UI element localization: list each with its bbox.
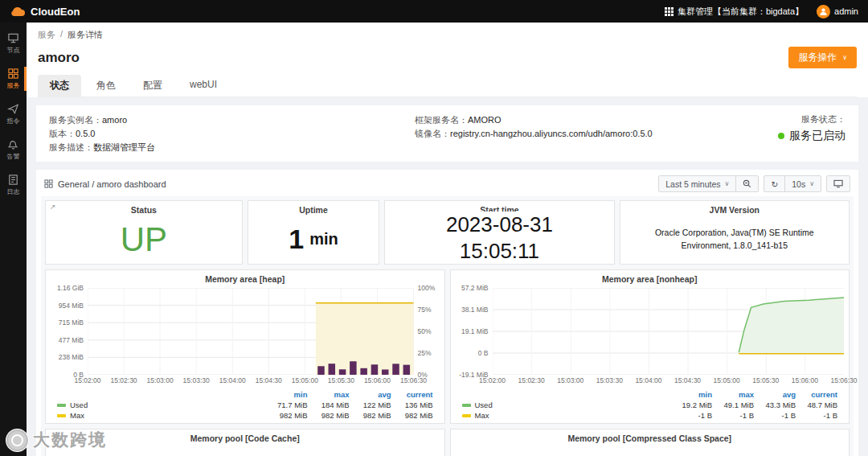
kiosk-mode-button[interactable] — [827, 176, 850, 191]
info-column-1: 服务实例名：amoro 版本：0.5.0 服务描述：数据湖管理平台 — [49, 113, 415, 154]
legend-header: minmaxavgcurrent — [462, 389, 838, 400]
dashboard-grid-icon — [44, 179, 53, 188]
x-axis-tick: 15:05:30 — [328, 376, 354, 384]
breadcrumb-root[interactable]: 服务 — [38, 29, 55, 41]
x-axis-tick: 15:04:00 — [635, 376, 661, 384]
x-axis-tick: 15:02:00 — [74, 376, 100, 384]
file-log-icon — [7, 174, 19, 186]
panel-title: JVM Version — [620, 201, 849, 215]
y-axis-labels: 1.16 GiB954 MiB715 MiB477 MiB238 MiB0 B — [51, 288, 88, 375]
x-axis-tick: 15:06:00 — [792, 376, 818, 384]
user-menu[interactable]: admin — [817, 5, 858, 18]
status-label: 服务状态： — [757, 113, 845, 125]
chart-legend: minmaxavgcurrentUsed19.2 MiB49.1 MiB43.3… — [451, 387, 850, 421]
grafana-dashboard: General / amoro dashboard Last 5 minutes… — [36, 170, 858, 456]
legend-row[interactable]: Max982 MiB982 MiB982 MiB982 MiB — [57, 410, 433, 421]
tabs: 状态 角色 配置 webUI — [38, 75, 857, 97]
y-axis-tick-right: 100% — [418, 284, 436, 292]
x-axis-tick: 15:04:30 — [674, 376, 701, 384]
field-label: 框架服务名： — [415, 115, 468, 125]
brand-name: CloudEon — [31, 6, 80, 18]
legend-row[interactable]: Max-1 B-1 B-1 B-1 B — [462, 410, 838, 421]
panel-memory-pool-code-cache: Memory pool [Code Cache] — [45, 429, 445, 456]
chevron-down-icon: ∨ — [725, 180, 730, 187]
monitor-icon — [833, 179, 843, 188]
refresh-button[interactable]: ↻ — [764, 176, 784, 191]
field-label: 镜像名： — [415, 129, 450, 138]
info-column-2: 框架服务名：AMORO 镜像名：registry.cn-hangzhou.ali… — [415, 113, 757, 154]
panel-title: Memory area [heap] — [46, 270, 444, 284]
info-column-status: 服务状态： 服务已启动 — [757, 113, 845, 154]
breadcrumb-separator: / — [60, 29, 63, 41]
field-label: 服务实例名： — [49, 115, 102, 125]
service-actions-button[interactable]: 服务操作 ∨ — [788, 47, 857, 68]
x-axis-tick: 15:03:30 — [596, 376, 623, 384]
x-axis-tick: 15:03:00 — [147, 376, 174, 384]
sidebar-item-logs[interactable]: 日志 — [0, 167, 27, 203]
chart-panels-row: Memory area [heap] 1.16 GiB954 MiB715 Mi… — [45, 269, 850, 424]
panel-title: Memory area [nonheap] — [451, 270, 850, 284]
y-axis-tick: 57.2 MiB — [461, 284, 489, 292]
sidebar-item-alerts[interactable]: 告警 — [0, 132, 27, 167]
breadcrumb: 服务 / 服务详情 — [38, 29, 857, 41]
chart-plot-area[interactable] — [88, 288, 414, 375]
field-value: 数据湖管理平台 — [93, 142, 155, 152]
sidebar-item-commands[interactable]: 指令 — [0, 97, 27, 132]
brand[interactable]: CloudEon — [10, 6, 80, 18]
chevron-down-icon: ∨ — [809, 180, 814, 187]
cluster-manage-label: 集群管理【当前集群：bigdata】 — [678, 6, 804, 18]
chart-canvas[interactable] — [88, 288, 414, 375]
zoom-out-button[interactable] — [735, 176, 758, 191]
tab-webui[interactable]: webUI — [178, 75, 229, 97]
refresh-interval-picker[interactable]: 10s ∨ — [784, 176, 821, 191]
panel-start-time: Start time 2023-08-31 15:05:11 — [384, 200, 614, 265]
x-axis-labels: 15:02:0015:02:3015:03:0015:03:3015:04:00… — [88, 376, 414, 387]
cluster-manage-button[interactable]: 集群管理【当前集群：bigdata】 — [665, 6, 804, 18]
node-icon — [7, 32, 19, 44]
y-axis-tick-right: 50% — [418, 327, 432, 335]
start-time-value: 2023-08-31 15:05:11 — [415, 212, 583, 264]
dashboard-body: ↗ Status UP Uptime 1 min Start — [41, 196, 854, 456]
uptime-unit: min — [309, 230, 338, 249]
x-axis-tick: 15:05:30 — [752, 376, 779, 384]
uptime-value: 1 — [289, 224, 304, 255]
status-badge: 服务已启动 — [757, 129, 845, 143]
magnifier-minus-icon — [743, 179, 751, 188]
username: admin — [834, 6, 858, 16]
content: 服务实例名：amoro 版本：0.5.0 服务描述：数据湖管理平台 框架服务名：… — [27, 97, 868, 456]
bell-icon — [7, 138, 19, 150]
y-axis-labels: 57.2 MiB38.1 MiB19.1 MiB0 B-19.1 MiB — [456, 288, 493, 375]
dashboard-breadcrumb[interactable]: General / amoro dashboard — [44, 179, 166, 189]
panel-title: Status — [46, 201, 242, 215]
tab-roles[interactable]: 角色 — [84, 75, 128, 97]
sidebar: 节点 服务 指令 告警 日志 — [0, 23, 27, 456]
sidebar-item-services[interactable]: 服务 — [0, 61, 27, 97]
sidebar-item-label: 指令 — [7, 117, 20, 125]
legend-row[interactable]: Used71.7 MiB184 MiB122 MiB136 MiB — [57, 400, 433, 410]
page-header: 服务 / 服务详情 amoro 服务操作 ∨ 状态 角色 配置 webUI — [27, 23, 868, 97]
y-axis-tick: 19.1 MiB — [461, 327, 489, 335]
external-link-icon[interactable]: ↗ — [50, 203, 56, 211]
legend-row[interactable]: Used19.2 MiB49.1 MiB43.3 MiB48.7 MiB — [462, 400, 838, 410]
chart-plot-area[interactable] — [493, 288, 845, 375]
chart-canvas[interactable] — [493, 288, 845, 375]
refresh-interval-label: 10s — [792, 179, 805, 189]
dashboard-title: General / amoro dashboard — [58, 179, 166, 189]
tab-config[interactable]: 配置 — [131, 75, 174, 97]
chart-legend: minmaxavgcurrentUsed71.7 MiB184 MiB122 M… — [46, 387, 444, 421]
topbar: CloudEon 集群管理【当前集群：bigdata】 admin — [0, 0, 868, 23]
x-axis-tick: 15:05:00 — [292, 376, 318, 384]
tab-status[interactable]: 状态 — [38, 75, 81, 97]
field-label: 版本： — [49, 129, 76, 138]
sidebar-item-nodes[interactable]: 节点 — [0, 26, 27, 61]
x-axis-tick: 15:06:00 — [364, 376, 391, 384]
x-axis-tick: 15:04:00 — [219, 376, 246, 384]
y-axis-tick: 38.1 MiB — [461, 306, 489, 314]
panel-memory-heap: Memory area [heap] 1.16 GiB954 MiB715 Mi… — [45, 269, 445, 424]
apps-grid-icon — [665, 7, 674, 16]
x-axis-tick: 15:03:00 — [557, 376, 583, 384]
x-axis-tick: 15:06:30 — [400, 376, 427, 384]
sidebar-item-label: 节点 — [7, 46, 20, 55]
dashboard-header: General / amoro dashboard Last 5 minutes… — [41, 173, 854, 196]
time-range-picker[interactable]: Last 5 minutes ∨ — [659, 176, 735, 191]
